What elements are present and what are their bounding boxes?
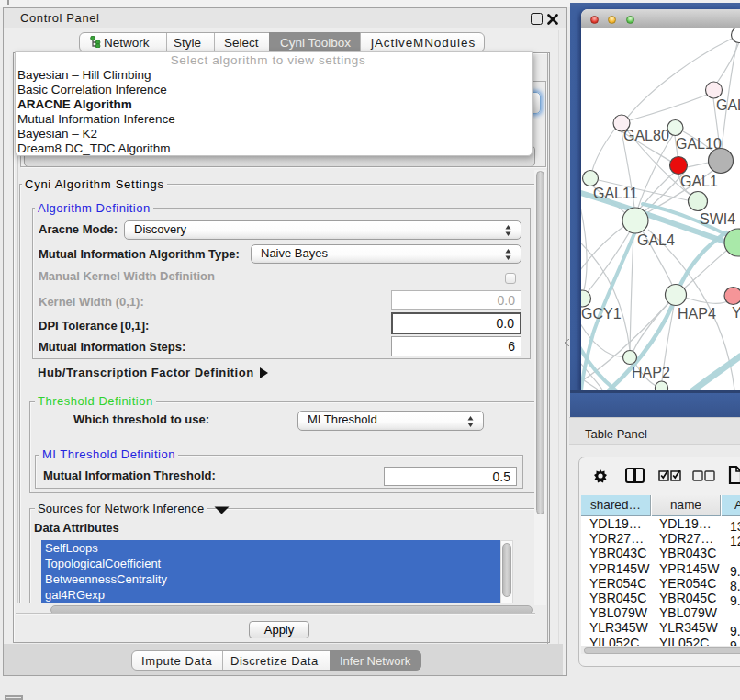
svg-text:GAL10: GAL10 (676, 136, 722, 152)
svg-text:GAL1: GAL1 (680, 174, 718, 189)
svg-text:GAL11: GAL11 (593, 186, 638, 201)
svg-text:GCY1: GCY1 (581, 306, 622, 322)
svg-text:GAL80: GAL80 (623, 128, 669, 143)
svg-text:GAL4: GAL4 (637, 232, 675, 248)
svg-text:HAP4: HAP4 (678, 306, 716, 322)
svg-text:GAL: GAL (716, 97, 740, 113)
svg-text:SWI4: SWI4 (700, 211, 735, 227)
svg-text:HAP2: HAP2 (632, 365, 670, 380)
svg-text:Y: Y (732, 305, 740, 321)
